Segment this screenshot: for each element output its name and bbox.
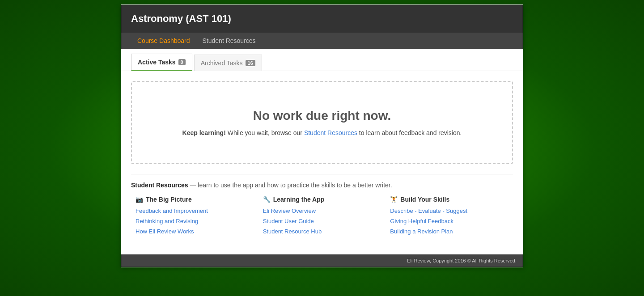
big-picture-icon: 📷 [136,196,143,203]
resources-grid: 📷 The Big Picture Feedback and Improveme… [131,196,513,247]
link-describe-evaluate-suggest[interactable]: Describe - Evaluate - Suggest [390,207,508,214]
link-student-user-guide[interactable]: Student User Guide [263,218,381,224]
link-feedback-improvement[interactable]: Feedback and Improvement [136,207,254,214]
empty-state-body-suffix: to learn about feedback and revision. [357,129,462,136]
resource-column-learning-app: 🔧 Learning the App Eli Review Overview S… [258,196,386,238]
nav-bar: Course Dashboard Student Resources [121,33,523,49]
resources-heading-bold: Student Resources [131,182,188,189]
resources-section: Student Resources — learn to use the app… [121,174,523,254]
tab-active-tasks-label: Active Tasks [138,59,176,66]
empty-state-body-middle: While you wait, browse our [226,129,304,136]
link-giving-helpful-feedback[interactable]: Giving Helpful Feedback [390,218,508,224]
tabs-container: Active Tasks 0 Archived Tasks 16 [121,49,523,71]
tab-archived-tasks-label: Archived Tasks [201,59,243,67]
link-eli-review-overview[interactable]: Eli Review Overview [263,207,381,214]
resource-column-build-skills-title: 🏋 Build Your Skills [390,196,508,203]
tab-archived-tasks-badge: 16 [246,60,255,66]
footer: Eli Review, Copyright 2016 © All Rights … [121,254,523,267]
link-rethinking-revising[interactable]: Rethinking and Revising [136,218,254,224]
resources-heading: Student Resources — learn to use the app… [131,182,513,189]
empty-state-title: No work due right now. [141,109,503,123]
link-student-resource-hub[interactable]: Student Resource Hub [263,228,381,235]
page-title: Astronomy (AST 101) [131,13,231,24]
nav-item-course-dashboard[interactable]: Course Dashboard [131,33,196,49]
student-resources-link[interactable]: Student Resources [304,129,357,136]
link-building-revision-plan[interactable]: Building a Revision Plan [390,228,508,235]
tab-active-tasks-badge: 0 [178,59,186,65]
header: Astronomy (AST 101) [121,5,523,33]
main-container: Astronomy (AST 101) Course Dashboard Stu… [121,4,523,267]
empty-state: No work due right now. Keep learning! Wh… [131,81,513,164]
nav-item-student-resources[interactable]: Student Resources [196,33,262,49]
resource-column-big-picture: 📷 The Big Picture Feedback and Improveme… [131,196,258,238]
resource-column-big-picture-title: 📷 The Big Picture [136,196,254,203]
empty-state-body: Keep learning! While you wait, browse ou… [141,129,503,136]
tab-active-tasks[interactable]: Active Tasks 0 [131,54,192,71]
tab-archived-tasks[interactable]: Archived Tasks 16 [194,55,262,71]
resource-column-build-skills: 🏋 Build Your Skills Describe - Evaluate … [386,196,513,238]
link-how-eli-works[interactable]: How Eli Review Works [136,228,254,235]
learning-app-icon: 🔧 [263,196,271,203]
resource-column-learning-app-title: 🔧 Learning the App [263,196,381,203]
build-skills-icon: 🏋 [390,196,398,203]
resources-heading-rest: — learn to use the app and how to practi… [188,182,392,189]
footer-text: Eli Review, Copyright 2016 © All Rights … [407,258,517,263]
empty-state-body-prefix: Keep learning! [182,129,226,136]
